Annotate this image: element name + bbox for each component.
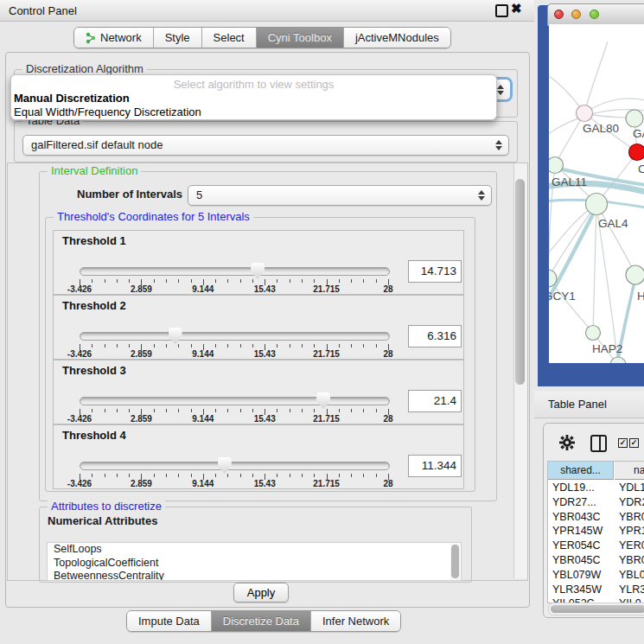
cell-name: YBL0 — [619, 568, 644, 582]
tick-mark — [252, 279, 253, 283]
network-edge[interactable] — [555, 113, 584, 165]
table-row[interactable]: YBR043CYBR0 — [548, 510, 644, 525]
table-row[interactable]: YDL19...YDL1 — [548, 481, 644, 495]
tick-mark — [215, 474, 216, 477]
network-node[interactable] — [629, 144, 644, 161]
table-data-combobox[interactable]: galFiltered.sif default node — [22, 135, 509, 156]
threshold-value-field[interactable]: 14.713 — [408, 260, 462, 283]
column-header-shared[interactable]: shared... — [548, 462, 614, 480]
tick-mark — [302, 279, 303, 283]
threshold-slider-track[interactable] — [80, 397, 390, 405]
tab-cyni-toolbox[interactable]: Cyni Toolbox — [256, 28, 343, 48]
table-hscrollbar-thumb[interactable] — [551, 605, 644, 613]
tick-label: 9.144 — [192, 414, 214, 424]
network-node[interactable] — [549, 157, 564, 174]
bottom-tab-discretize-data[interactable]: Discretize Data — [211, 611, 310, 631]
network-node-label: GAL4 — [598, 217, 628, 230]
tick-mark — [339, 474, 340, 477]
apply-button[interactable]: Apply — [233, 583, 289, 603]
num-intervals-combobox[interactable]: 5 — [188, 185, 492, 206]
threshold-slider-track[interactable] — [80, 332, 390, 341]
table-row[interactable]: YER054CYER0 — [548, 539, 644, 553]
table-row[interactable]: YPR145WYPR1 — [548, 524, 644, 539]
tick-mark — [227, 409, 228, 412]
table-row[interactable]: YLR345WYLR3 — [548, 583, 644, 597]
tick-mark — [290, 474, 290, 477]
attributes-scrollbar-thumb[interactable] — [451, 545, 459, 578]
top-tab-bar: NetworkStyleSelectCyni ToolboxjActiveMNo… — [73, 27, 451, 48]
network-thick-edge[interactable] — [549, 207, 596, 301]
tick-mark — [290, 344, 290, 348]
tick-mark — [154, 279, 155, 283]
network-edge[interactable] — [596, 204, 635, 275]
close-traffic-light[interactable] — [554, 10, 564, 19]
tick-mark — [117, 344, 118, 348]
threshold-slider-track[interactable] — [80, 462, 390, 470]
gear-icon[interactable] — [559, 435, 575, 450]
tick-label: 21.715 — [313, 349, 340, 359]
attribute-item-selfloops[interactable]: SelfLoops — [48, 543, 461, 557]
tick-label: 28 — [383, 479, 392, 488]
tick-mark — [277, 474, 277, 477]
tick-label: 28 — [383, 284, 392, 294]
cell-shared-name: YDL19... — [552, 481, 595, 494]
table-row[interactable]: YDR27...YDR2 — [548, 495, 644, 510]
attribute-item-topologicalcoefficient[interactable]: TopologicalCoefficient — [48, 557, 461, 571]
tick-label: 9.144 — [192, 284, 214, 294]
tab-select[interactable]: Select — [201, 28, 256, 48]
cell-name: YDL1 — [619, 481, 644, 494]
threshold-slider-thumb[interactable] — [316, 392, 330, 409]
table-data-value: galFiltered.sif default node — [31, 136, 163, 154]
tick-mark — [351, 474, 352, 477]
minimize-traffic-light[interactable] — [571, 10, 581, 19]
attributes-title: Attributes to discretize — [48, 500, 165, 513]
tick-label: 9.144 — [192, 479, 214, 488]
bottom-tab-infer-network[interactable]: Infer Network — [310, 611, 400, 631]
settings-scrollbar-thumb[interactable] — [515, 179, 525, 385]
tab-network[interactable]: Network — [74, 28, 153, 48]
columns-icon[interactable] — [590, 435, 607, 452]
network-edge[interactable] — [549, 204, 596, 278]
tick-mark — [351, 344, 352, 348]
network-node[interactable] — [586, 194, 608, 215]
tick-label: -3.426 — [67, 414, 92, 424]
network-edge[interactable] — [593, 204, 596, 333]
checkbox-icon[interactable]: ✓ — [618, 438, 628, 448]
threshold-slider-thumb[interactable] — [251, 263, 265, 279]
network-node[interactable] — [626, 110, 643, 127]
tick-mark — [339, 409, 340, 412]
threshold-slider-thumb[interactable] — [218, 457, 232, 474]
bottom-tab-impute-data[interactable]: Impute Data — [127, 611, 211, 631]
network-canvas[interactable]: GAL80GACGAL11GAL4GCY1HHAP2 — [549, 24, 644, 363]
network-node-label: GCY1 — [549, 290, 576, 303]
tab-style[interactable]: Style — [153, 28, 201, 48]
tick-label: 15.43 — [254, 414, 276, 424]
zoom-traffic-light[interactable] — [590, 10, 599, 19]
threshold-value-field[interactable]: 11.344 — [408, 455, 462, 477]
network-node[interactable] — [626, 265, 644, 284]
tick-label: 2.859 — [131, 414, 152, 424]
close-icon[interactable]: ✖ — [511, 1, 522, 16]
network-node[interactable] — [577, 105, 593, 122]
table-row[interactable]: YBL079WYBL0 — [548, 568, 644, 583]
threshold-value-field[interactable]: 21.4 — [408, 390, 462, 412]
threshold-slider-thumb[interactable] — [169, 328, 182, 344]
column-header-name[interactable]: na — [615, 462, 644, 480]
tab-jactivemnodules[interactable]: jActiveMNodules — [343, 28, 450, 48]
algorithm-option-manual-discretization[interactable]: Manual Discretization — [14, 92, 130, 105]
network-node-label: HAP2 — [592, 342, 622, 355]
control-panel-title: Control Panel — [9, 4, 77, 17]
checkbox-icon[interactable]: ✓ — [629, 438, 639, 448]
attribute-item-betweennesscentrality[interactable]: BetweennessCentrality — [48, 570, 461, 581]
threshold-slider-track[interactable] — [80, 267, 390, 276]
algorithm-option-equal-width-frequency-discretization[interactable]: Equal Width/Frequency Discretization — [14, 105, 201, 119]
table-row[interactable]: YBR045CYBR0 — [548, 553, 644, 568]
network-node[interactable] — [586, 326, 601, 341]
tick-label: 28 — [383, 349, 392, 359]
tick-mark — [363, 279, 364, 283]
tick-mark — [240, 409, 241, 412]
interval-definition-group: Interval Definition Number of Intervals … — [39, 171, 497, 501]
threshold-value-field[interactable]: 6.316 — [408, 325, 462, 348]
float-window-icon[interactable] — [495, 4, 508, 17]
tick-mark — [105, 344, 105, 348]
